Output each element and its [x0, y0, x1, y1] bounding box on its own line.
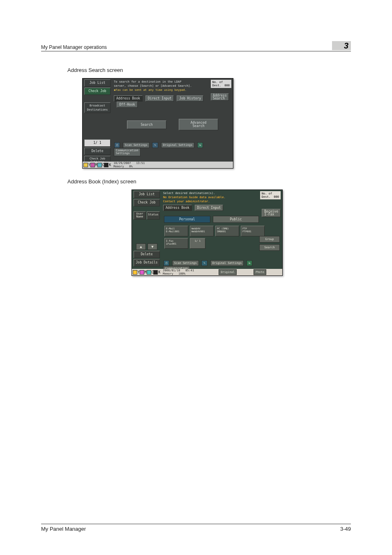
toner-m-icon	[140, 270, 144, 275]
toner-y-icon	[133, 270, 137, 275]
advanced-search-button[interactable]: Advanced Search	[179, 119, 218, 130]
status-col: Status	[147, 211, 160, 220]
footer-title: My Panel Manager	[41, 526, 86, 532]
status-time: 13:51	[136, 162, 145, 165]
job-list-button[interactable]: Job List	[84, 79, 111, 87]
original-button[interactable]: Original	[219, 269, 237, 275]
scroll-down-button[interactable]: ▼	[148, 243, 157, 250]
destination-count-box: No. of Dest. 000	[260, 191, 281, 199]
status-bar: Y M C K 10/29/2007 13:51 Memory 0%	[83, 162, 233, 168]
scan-settings-button[interactable]: Scan Settings	[172, 260, 199, 266]
scroll-up-button[interactable]: ▲	[136, 243, 146, 250]
delete-button[interactable]: Delete	[134, 251, 160, 258]
dest-webdav-chip[interactable]: WebDAV WebDAV001	[190, 226, 214, 236]
subtab-personal[interactable]: Personal	[164, 216, 210, 223]
user-name-col: User Name	[134, 211, 146, 220]
original-settings-icon: ✎	[201, 260, 207, 266]
toner-k-icon	[153, 270, 158, 275]
address-search-screenshot: Job List Check Job Broadcast Destination…	[82, 78, 233, 169]
toner-c-icon	[97, 163, 102, 167]
original-settings-icon: ✎	[152, 142, 158, 148]
scan-settings-button[interactable]: Scan Settings	[123, 142, 150, 148]
tab-direct-input[interactable]: Direct Input	[195, 205, 224, 211]
page-header-title: My Panel Manager operations	[41, 44, 107, 50]
section-title-address-book-index: Address Book (Index) screen	[67, 178, 351, 185]
receive-ifax-button[interactable]: Receive I-Fax	[262, 209, 281, 217]
tab-address-search[interactable]: Address Search	[211, 93, 229, 101]
chapter-number-badge: 3	[332, 41, 351, 50]
tab-address-book[interactable]: Address Book	[114, 95, 143, 102]
dest-smb-chip[interactable]: PC (SMB) SMB001	[215, 226, 239, 236]
status-date: 10/29/2007	[113, 162, 131, 165]
search-button[interactable]: Search	[127, 120, 166, 129]
status-date: 2008/01/18	[163, 269, 180, 272]
section-title-address-search: Address Search screen	[67, 67, 351, 73]
toner-k-icon	[104, 163, 108, 167]
dest-email-chip[interactable]: E-Mail E-Mail001	[164, 226, 188, 236]
communication-settings-icon: ⇆	[247, 260, 252, 266]
page-header: My Panel Manager operations 3	[41, 41, 351, 51]
subtab-public[interactable]: Public	[213, 216, 259, 223]
job-details-button[interactable]: Job Details	[134, 259, 160, 266]
footer-page-number: 3-49	[340, 526, 351, 532]
original-settings-button[interactable]: Original Settings	[210, 260, 244, 266]
chip-page-indicator: 1/ 1	[190, 238, 205, 249]
tab-address-book[interactable]: Address Book	[163, 205, 192, 211]
address-book-index-screenshot: Job List Check Job User Name Status ▲ ▼ …	[131, 190, 283, 276]
toner-c-icon	[147, 270, 151, 275]
memory-label: Memory	[163, 272, 173, 275]
check-job-button[interactable]: Check Job	[134, 199, 160, 206]
toner-m-icon	[90, 163, 95, 167]
status-time: 05:41	[185, 269, 194, 272]
tab-job-history[interactable]: Job History	[177, 95, 203, 102]
memory-label: Memory	[113, 165, 124, 168]
broadcast-destinations-button[interactable]: Broadcast Destinations	[84, 102, 111, 113]
dest-ftp-chip[interactable]: FTP FTP001	[241, 226, 265, 236]
scan-settings-icon: ⎙	[164, 260, 169, 266]
scan-settings-icon: ⎙	[114, 142, 120, 148]
memory-value: 0%	[129, 165, 132, 168]
original-settings-button[interactable]: Original Settings	[161, 142, 195, 148]
dest-ifax-chip[interactable]: I-Fax iFax001	[164, 238, 188, 249]
communication-settings-icon: ⇆	[197, 142, 203, 148]
page-footer: My Panel Manager 3-49	[41, 524, 351, 532]
photo-button[interactable]: Photo	[254, 269, 266, 275]
group-button[interactable]: Group	[259, 236, 280, 243]
communication-settings-button[interactable]: Communication Settings	[114, 148, 141, 156]
check-job-button[interactable]: Check Job	[84, 88, 111, 95]
tab-direct-input[interactable]: Direct Input	[145, 95, 174, 102]
status-bar: Y M C K 2008/01/18 05:41 Memory 100% Ori…	[132, 269, 282, 275]
off-hook-button[interactable]: Off-Hook	[117, 102, 138, 108]
destination-count-box: No. of Dest. 000	[211, 80, 231, 88]
job-list-button[interactable]: Job List	[134, 191, 160, 198]
page-indicator: 1/ 1	[84, 139, 111, 147]
delete-button[interactable]: Delete	[84, 148, 111, 155]
search-button[interactable]: Search	[259, 244, 280, 251]
memory-value: 100%	[178, 272, 185, 275]
toner-y-icon	[83, 163, 88, 167]
